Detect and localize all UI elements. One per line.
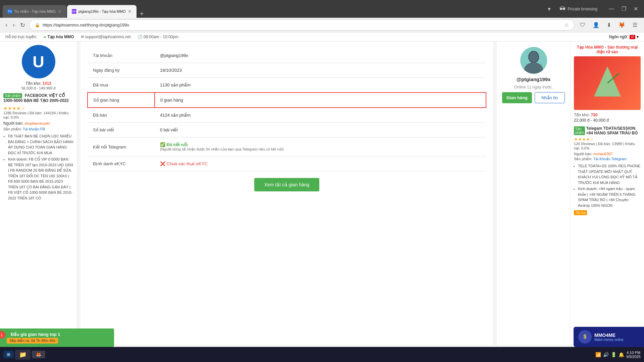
list-item: FB THẬT BẠN BÈ CHỌN LỌC NHIỀU BÀI ĐĂNG =… [8,133,73,156]
stock-label: Tồn kho: [25,81,41,86]
menu-icon[interactable]: ☰ [630,20,640,29]
profile-table: Tài khoản @ptgiang199x Ngày đăng ký 19/1… [87,48,486,171]
tab-1[interactable]: TN Tin nhắn - Tạp hóa MMO ✕ [3,5,66,18]
nav-bar: ‹ › ↻ 🔒 https://taphoammo.net/thong-tin/… [0,18,644,33]
gian-hang-button[interactable]: Gian hàng [502,92,532,103]
table-row-posts: Số bài viết 0 bài viết [88,123,486,137]
notification-subtitle: Sắp diễn ra: 0d 7h 49m 40s [7,338,58,344]
taskbar: ⊞ 📁 🦊 📶 🔊 🔋 🔔 4:10 PM 9/9/2025 [0,347,644,362]
shield-icon[interactable]: 🛡 [577,21,588,29]
product-stars: ★★★★☆ [3,106,73,111]
ad-stock-info: Tồn kho: 730 [574,113,641,117]
start-button[interactable]: ⊞ [3,351,14,358]
tab-bar: TN Tin nhắn - Tạp hóa MMO ✕ MM ptgiang19… [3,0,543,18]
main-content: Tài khoản @ptgiang199x Ngày đăng ký 19/1… [80,42,493,345]
svg-point-2 [529,52,538,62]
chevron-down-icon: ▾ [637,35,639,39]
notification-bar[interactable]: 1 Đấu giá gian hàng top 1 Sắp diễn ra: 0… [0,328,114,347]
bell-count: 1 [1,333,3,337]
date-value: 19/10/2023 [155,63,486,78]
close-button[interactable]: ✕ [630,6,641,12]
ad-column: Tạp Hóa MMO - Sàn thương mại điện tử sàn… [570,42,644,345]
posts-value: 0 bài viết [155,123,486,137]
avatar [520,47,547,74]
ad-description: TELE TDATA+SS 100% REG PHONE THẬT UPDATE… [574,163,641,208]
star-icon[interactable]: ☆ [564,22,569,28]
extension-icon[interactable]: 🦊 [616,20,628,29]
brand-name: Tạp hóa MMO [48,35,74,39]
product-card: Sản phẩm FACEBOOK VIỆT CỔ 1000-5000 BẠN … [3,93,73,103]
purchased-value: 1130 sản phẩm [155,78,486,93]
ad-banner[interactable] [574,56,641,110]
right-profile-panel: @ptgiang199x Online 11 ngày trước. Gian … [496,42,570,345]
telegram-label: Kết nối Telegram [88,137,155,157]
taskbar-right: 📶 🔊 🔋 🔔 4:10 PM 9/9/2025 [595,351,641,359]
tab1-favicon: TN [7,9,12,14]
svg-marker-5 [594,66,621,97]
seller-name-link[interactable]: shopbanreuytin [24,121,50,125]
ad-product-type-link[interactable]: Tài Khoản Telegram [593,157,627,161]
private-browsing-label: Private browsing [568,7,597,11]
account-icon[interactable]: 👤 [590,20,602,29]
view-all-stores-button[interactable]: Xem tất cả gian hàng [254,178,320,191]
tai-tro-badge: Tài trợ [574,210,587,215]
clock-icon: 🕐 [138,35,143,39]
nhan-tin-button[interactable]: Nhắn tin [535,92,565,103]
telegram-info: ✅ Đã kết nối (Người dùng sẽ nhận được ti… [160,142,481,152]
ad-stock-count: 730 [591,113,597,117]
download-icon[interactable]: ⬇ [604,20,614,29]
support-left: Hỗ trợ trực tuyến: ● Tạp hóa MMO ✉ suppo… [5,35,178,39]
profile-username: @ptgiang199x [516,76,550,82]
battery-icon[interactable]: 🔋 [611,352,616,357]
list-item: Kinh doanh: FB CỔ VIP 0-5000 BẠN BÈ TRÊN… [8,157,73,201]
network-icon[interactable]: 📶 [595,352,601,357]
clock-time: 4:10 PM [626,351,641,355]
mmo4me-widget[interactable]: $ MMO4ME Make money online [574,327,644,347]
tab2-close[interactable]: ✕ [128,9,132,14]
maximize-button[interactable]: ❐ [618,6,630,12]
account-value: @ptgiang199x [155,48,486,63]
account-label: Tài khoản [88,48,155,63]
table-row-account: Tài khoản @ptgiang199x [88,48,486,63]
browser-app-button[interactable]: 🦊 [32,351,45,358]
minimize-button[interactable]: — [605,6,618,12]
tab2-favicon: MM [72,9,76,14]
tab1-close[interactable]: ✕ [58,9,62,14]
product-type-link[interactable]: Tài khoản FB [23,127,45,131]
purchased-label: Đã mua [88,78,155,93]
support-brand[interactable]: ● Tạp hóa MMO [44,35,74,39]
sold-label: Đã bán [88,108,155,123]
telegram-note: (Người dùng sẽ nhận được tin nhắn của bạ… [160,147,481,152]
profile-online-status: Online 11 ngày trước. [514,85,553,89]
system-tray: 📶 🔊 🔋 🔔 [595,352,624,357]
clock-date: 9/9/2025 [626,355,641,359]
ad-seller-info: Người bán: mchau0307 [574,152,641,156]
ad-seller-link[interactable]: mchau0307 [593,152,613,156]
support-email: ✉ support@taphoammo.net [81,35,131,39]
language-selector[interactable]: Ngôn ngữ: VI ▾ [609,35,639,39]
reload-button[interactable]: ↻ [19,20,26,30]
mmo4me-subtitle: Make money online [594,338,624,342]
lock-icon: 🔒 [35,23,40,27]
address-text: https://taphoammo.net/thong-tin/ptgiang1… [43,22,561,27]
notification-icon[interactable]: 🔔 [619,352,624,357]
sold-value: 4124 sản phẩm [155,108,486,123]
table-row-sold: Đã bán 4124 sản phẩm [88,108,486,123]
back-button[interactable]: ‹ [4,20,9,30]
avatar-image [520,47,547,74]
vi-flag: VI [630,35,635,39]
forward-button[interactable]: › [11,20,16,30]
add-tab-button[interactable]: + [137,10,147,18]
product-type: Sản phẩm: Tài khoản FB [3,127,73,131]
address-bar[interactable]: 🔒 https://taphoammo.net/thong-tin/ptgian… [29,19,575,31]
table-row-purchased: Đã mua 1130 sản phẩm [88,78,486,93]
table-row-ekyc: Định danh eKYC ❌ Chưa xác thực eKYC [88,157,486,171]
private-browsing-button[interactable]: 🕶 Private browsing [555,5,601,12]
tab-list-button[interactable]: ▼ [544,6,554,12]
explorer-button[interactable]: 📁 [15,350,31,360]
product-badge: Sản phẩm [3,93,22,98]
ad-price: 22.000 đ - 40.000 đ [574,118,641,123]
ad-product-name: Telegam TDATA/SESSION +84 HÀNG SPAM TRÂU… [586,126,641,135]
volume-icon[interactable]: 🔊 [603,352,609,357]
tab-2[interactable]: MM ptgiang199x - Tạp hóa MMO ✕ [67,5,137,18]
